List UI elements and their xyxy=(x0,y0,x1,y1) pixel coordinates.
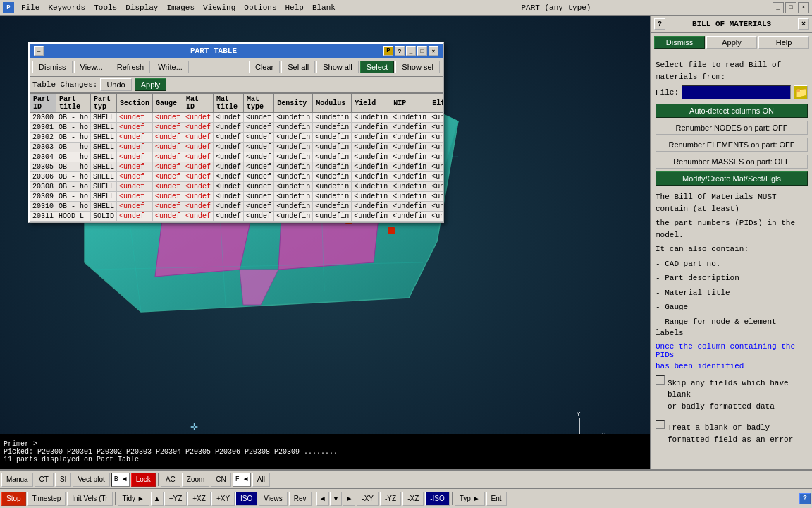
col-part-title[interactable]: Part title xyxy=(56,94,91,113)
menu-viewing[interactable]: Viewing xyxy=(199,2,240,13)
typ-button[interactable]: Typ ► xyxy=(455,492,485,506)
col-density[interactable]: Density xyxy=(274,94,313,113)
file-input[interactable] xyxy=(682,85,791,99)
col-nip[interactable]: NIP xyxy=(390,94,429,113)
bom-close-icon[interactable]: × xyxy=(798,18,809,30)
table-row[interactable]: 20309OB - hoSHELL<undef<undef<undef<unde… xyxy=(30,192,443,202)
pt-show-all-button[interactable]: Show all xyxy=(316,61,359,73)
table-row[interactable]: 20301OB - hoSHELL<undef<undef<undef<unde… xyxy=(30,123,443,133)
col-part-id[interactable]: Part ID xyxy=(30,94,56,113)
auto-detect-button[interactable]: Auto-detect columns ON xyxy=(656,104,808,118)
table-row[interactable]: 20303OB - hoSHELL<undef<undef<undef<unde… xyxy=(30,143,443,152)
minimize-button[interactable]: _ xyxy=(773,2,784,13)
renumber-elements-button[interactable]: Renumber ELEMENTS on part: OFF xyxy=(656,138,808,152)
arrow-left-button[interactable]: ◄ xyxy=(316,492,329,506)
pt-undo-button[interactable]: Undo xyxy=(100,78,131,91)
zoom-button[interactable]: Zoom xyxy=(182,473,210,487)
bom-apply-button[interactable]: Apply xyxy=(706,36,757,49)
plus-xz-button[interactable]: +XZ xyxy=(187,492,211,506)
col-elform[interactable]: Elform xyxy=(429,94,443,113)
tidy-button[interactable]: Tidy ► xyxy=(118,492,149,506)
table-row[interactable]: 20308OB - hoSHELL<undef<undef<undef<unde… xyxy=(30,182,443,192)
table-row[interactable]: 20306OB - hoSHELL<undef<undef<undef<unde… xyxy=(30,172,443,182)
tidy-control: Tidy ► xyxy=(118,492,149,506)
bom-help-icon[interactable]: ? xyxy=(654,18,665,30)
pt-clear-button[interactable]: Clear xyxy=(249,61,280,73)
ct-button[interactable]: CT xyxy=(35,473,54,487)
plus-yz-button[interactable]: +YZ xyxy=(164,492,187,506)
bom-help-button[interactable]: Help xyxy=(758,36,809,49)
pt-show-sel-button[interactable]: Show sel xyxy=(395,61,440,73)
table-row[interactable]: 20300OB - hoSHELL<undef<undef<undef<unde… xyxy=(30,113,443,123)
table-row[interactable]: 20304OB - hoSHELL<undef<undef<undef<unde… xyxy=(30,152,443,162)
menu-display[interactable]: Display xyxy=(121,2,162,13)
menu-keywords[interactable]: Keywords xyxy=(44,2,90,13)
modify-create-button[interactable]: Modify/Create Mat/Sect/Hgls xyxy=(656,171,808,186)
iso-button[interactable]: ISO xyxy=(235,492,257,506)
pt-maximize-button[interactable]: □ xyxy=(417,46,427,56)
bom-item-5: - Range for node & element labels xyxy=(656,316,808,339)
help-icon-bottom[interactable]: ? xyxy=(799,493,811,504)
menu-file[interactable]: File xyxy=(17,2,44,13)
pin-button[interactable]: P xyxy=(383,46,393,56)
menu-help[interactable]: Help xyxy=(281,2,308,13)
bom-dismiss-button[interactable]: Dismiss xyxy=(654,36,705,49)
pt-view-button[interactable]: View... xyxy=(74,61,109,73)
minus-yz-button[interactable]: -YZ xyxy=(380,492,401,506)
menu-tools[interactable]: Tools xyxy=(90,2,121,13)
minus-iso-button[interactable]: -ISO xyxy=(425,492,450,506)
col-section[interactable]: Section xyxy=(117,94,153,113)
pt-help-button[interactable]: ? xyxy=(395,46,405,56)
pt-select-button[interactable]: Select xyxy=(360,61,395,73)
ac-button[interactable]: AC xyxy=(161,473,180,487)
menu-blank[interactable]: Blank xyxy=(308,2,340,13)
minus-xz-button[interactable]: -XZ xyxy=(402,492,424,506)
col-yield[interactable]: Yield xyxy=(352,94,390,113)
lock-button[interactable]: Lock xyxy=(131,473,156,487)
arrow-right-button[interactable]: ► xyxy=(343,492,355,506)
col-part-type[interactable]: Part typ xyxy=(91,94,117,113)
init-vels-button[interactable]: Init Vels (Tr xyxy=(67,492,112,506)
pt-apply-button[interactable]: Apply xyxy=(135,78,167,91)
renumber-masses-button[interactable]: Renumber MASSES on part: OFF xyxy=(656,155,808,169)
part-table-minimize-button[interactable]: ─ xyxy=(34,46,44,56)
pt-close-button[interactable]: × xyxy=(429,46,438,56)
timestep-button[interactable]: Timestep xyxy=(27,492,66,506)
col-mat-type[interactable]: Mat type xyxy=(244,94,274,113)
treat-blank-error-checkbox[interactable] xyxy=(656,420,665,429)
skip-blank-checkbox[interactable] xyxy=(656,375,665,385)
close-button[interactable]: × xyxy=(798,2,809,13)
menu-options[interactable]: Options xyxy=(240,2,281,13)
cn-button[interactable]: CN xyxy=(211,473,230,487)
file-browse-button[interactable]: 📁 xyxy=(794,85,808,99)
pt-minimize-button[interactable]: _ xyxy=(406,46,416,56)
maximize-button[interactable]: □ xyxy=(785,2,796,13)
stop-button[interactable]: Stop xyxy=(1,492,26,506)
manual-mode-button[interactable]: Manua xyxy=(1,473,33,487)
col-mat-title[interactable]: Mat title xyxy=(214,94,244,113)
menu-images[interactable]: Images xyxy=(162,2,199,13)
rev-button[interactable]: Rev xyxy=(289,492,312,506)
col-modulus[interactable]: Modulus xyxy=(313,94,352,113)
table-row[interactable]: 20310OB - hoSHELL<undef<undef<undef<unde… xyxy=(30,202,443,212)
pt-dismiss-button[interactable]: Dismiss xyxy=(32,61,73,73)
part-table-container[interactable]: Part ID Part title Part typ Section Gaug… xyxy=(30,93,443,222)
pt-sel-all-button[interactable]: Sel all xyxy=(281,61,315,73)
vect-plot-button[interactable]: Vect plot xyxy=(73,473,109,487)
plus-xy-button[interactable]: +XY xyxy=(211,492,235,506)
col-gauge[interactable]: Gauge xyxy=(153,94,183,113)
pt-refresh-button[interactable]: Refresh xyxy=(111,61,151,73)
ent-button[interactable]: Ent xyxy=(486,492,507,506)
table-row[interactable]: 20311HOOD LSOLID<undef<undef<undef<undef… xyxy=(30,212,443,222)
arrow-up-button[interactable]: ▲ xyxy=(151,492,164,506)
pt-write-button[interactable]: Write... xyxy=(152,61,189,73)
all-button[interactable]: All xyxy=(252,473,270,487)
arrow-down-button[interactable]: ▼ xyxy=(330,492,343,506)
col-mat-id[interactable]: Mat ID xyxy=(183,94,214,113)
table-row[interactable]: 20305OB - hoSHELL<undef<undef<undef<unde… xyxy=(30,162,443,172)
table-row[interactable]: 20302OB - hoSHELL<undef<undef<undef<unde… xyxy=(30,133,443,143)
minus-xy-button[interactable]: -XY xyxy=(357,492,379,506)
renumber-nodes-button[interactable]: Renumber NODES on part: OFF xyxy=(656,121,808,135)
si-button[interactable]: SI xyxy=(55,473,71,487)
views-button[interactable]: Views xyxy=(259,492,288,506)
